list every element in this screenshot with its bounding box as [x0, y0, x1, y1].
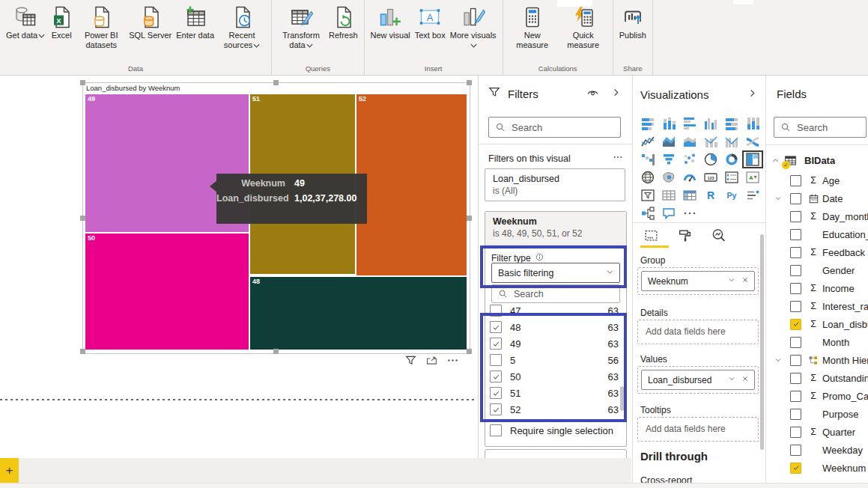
field-checkbox[interactable]	[790, 391, 801, 402]
field-checkbox[interactable]	[790, 337, 801, 348]
resize-handle-middle-right[interactable]	[467, 216, 472, 221]
visual-type-card-icon[interactable]: 123	[700, 168, 721, 186]
filter-value-checkbox[interactable]	[490, 387, 502, 399]
field-row-month-hier-[interactable]: Month Hier...	[766, 351, 868, 369]
visual-type-stacked-column-chart-icon[interactable]	[658, 115, 679, 132]
field-pill-loan-disbursed[interactable]: Loan_disbursed	[641, 370, 755, 390]
ribbon-button-new-visual[interactable]: New visual	[368, 4, 413, 40]
visual-type-pie-chart-icon[interactable]	[700, 150, 721, 168]
visualizations-scrollbar[interactable]	[760, 234, 764, 450]
filter-value-row-5[interactable]: 556	[485, 352, 626, 368]
visual-type-python-visual-icon[interactable]: Py	[721, 186, 742, 204]
values-well[interactable]: Loan_disbursed	[637, 366, 759, 394]
field-checkbox[interactable]	[790, 355, 801, 366]
visual-type-treemap-icon[interactable]	[742, 150, 763, 168]
ribbon-button-new-measure[interactable]: New measure	[507, 4, 558, 50]
visual-type-line-and-stacked-column-chart-icon[interactable]	[700, 132, 721, 150]
new-page-button[interactable]: +	[0, 458, 19, 483]
filter-card-header[interactable]: Weeknum is 48, 49, 50, 51, or 52	[485, 212, 626, 245]
visual-type-matrix-icon[interactable]	[679, 186, 700, 204]
field-row-day-month[interactable]: ΣDay_month	[766, 207, 868, 225]
resize-handle-bottom-right[interactable]	[467, 349, 472, 354]
filter-value-row-52[interactable]: 5263	[485, 401, 626, 418]
field-pill-weeknum[interactable]: Weeknum	[641, 271, 755, 291]
filter-value-checkbox[interactable]	[490, 370, 502, 382]
visual-type-clustered-column-chart-icon[interactable]	[700, 115, 721, 132]
field-row-loan-disbu-[interactable]: ΣLoan_disbu...	[766, 315, 868, 333]
filter-value-row-50[interactable]: 5063	[485, 368, 626, 385]
tooltips-well[interactable]: Add data fields here	[637, 417, 759, 442]
visual-type-ribbon-chart-icon[interactable]	[742, 132, 763, 150]
filter-list-scrollbar[interactable]	[620, 386, 624, 411]
resize-handle-bottom-left[interactable]	[80, 349, 85, 354]
visual-type-waterfall-chart-icon[interactable]	[637, 150, 658, 168]
filter-type-dropdown[interactable]: Basic filtering	[491, 263, 620, 283]
focus-mode-icon[interactable]	[425, 354, 438, 370]
field-checkbox[interactable]	[790, 211, 801, 222]
table-biData[interactable]: ✓ BIData	[766, 150, 868, 170]
ribbon-button-power-bi-datasets[interactable]: Power BI datasets	[76, 4, 127, 50]
filter-value-row-47[interactable]: 4763	[485, 302, 626, 319]
visual-type-qa-visual-icon[interactable]	[658, 204, 679, 222]
visual-type-funnel-chart-icon[interactable]	[658, 150, 679, 168]
treemap-node-week-48[interactable]: 48	[250, 277, 467, 350]
ribbon-button-excel[interactable]: XExcel	[47, 4, 76, 40]
visual-type-scatter-chart-icon[interactable]	[679, 150, 700, 168]
remove-field-icon[interactable]	[741, 374, 750, 385]
field-checkbox[interactable]	[790, 319, 801, 330]
visual-type-decomposition-tree-icon[interactable]	[637, 204, 658, 222]
visual-filters-icon[interactable]	[404, 354, 417, 370]
field-checkbox[interactable]	[790, 247, 801, 258]
filter-value-row-49[interactable]: 4963	[485, 335, 626, 352]
visual-type-100-stacked-column-chart-icon[interactable]	[742, 115, 763, 132]
remove-field-icon[interactable]	[741, 275, 750, 287]
resize-handle-top-left[interactable]	[80, 80, 85, 85]
resize-handle-top-middle[interactable]	[273, 80, 279, 85]
visual-type-filled-map-icon[interactable]	[658, 168, 679, 186]
ribbon-button-enter-data[interactable]: Enter data	[174, 4, 216, 40]
visual-type-slicer-icon[interactable]	[637, 186, 658, 204]
chevron-down-icon[interactable]	[727, 275, 736, 287]
filters-search-input[interactable]: Search	[488, 117, 621, 138]
report-canvas[interactable]: Loan_disbursed by Weeknum 4950515248 Wee…	[0, 76, 477, 488]
visual-type-key-influencers-icon[interactable]	[742, 186, 763, 204]
require-single-selection-checkbox[interactable]	[490, 424, 502, 436]
field-row-weekday[interactable]: Weekday	[766, 441, 868, 459]
group-well[interactable]: Weeknum	[637, 267, 759, 295]
ribbon-button-get-data[interactable]: Get data	[4, 4, 47, 40]
tab-analytics-icon[interactable]	[711, 228, 726, 246]
filter-value-checkbox[interactable]	[490, 338, 502, 350]
field-checkbox[interactable]	[790, 301, 801, 312]
ribbon-button-publish[interactable]: Publish	[617, 4, 649, 40]
field-checkbox[interactable]	[790, 175, 801, 186]
field-row-interest-rate[interactable]: ΣInterest_rate	[766, 297, 868, 315]
tab-format-icon[interactable]	[677, 228, 693, 246]
field-row-outstandin-[interactable]: ΣOutstandin...	[766, 369, 868, 387]
require-single-selection-row[interactable]: Require single selection	[485, 422, 626, 439]
ribbon-button-transform-data[interactable]: Transform data	[276, 4, 327, 50]
field-checkbox[interactable]	[790, 283, 801, 294]
field-row-quarter[interactable]: ΣQuarter	[766, 423, 868, 441]
filter-value-checkbox[interactable]	[490, 354, 502, 366]
field-checkbox[interactable]	[790, 463, 801, 474]
filter-card-loan-disbursed[interactable]: Loan_disbursed is (All)	[485, 168, 625, 201]
field-checkbox[interactable]	[790, 445, 801, 456]
filter-value-checkbox[interactable]	[490, 321, 502, 333]
resize-handle-top-right[interactable]	[467, 80, 472, 85]
field-row-income[interactable]: ΣIncome	[766, 279, 868, 297]
visual-type-stacked-area-chart-icon[interactable]	[679, 132, 700, 150]
visual-type-multi-row-card-icon[interactable]	[721, 168, 742, 186]
filter-card-weeknum[interactable]: Weeknum is 48, 49, 50, 51, or 52 Filter …	[485, 211, 627, 447]
field-checkbox[interactable]	[790, 229, 801, 240]
section-more-options-icon[interactable]	[613, 152, 623, 165]
visual-type-more-visual-options-icon[interactable]	[679, 204, 700, 222]
chevron-down-icon[interactable]	[727, 374, 736, 385]
visual-type-kpi-icon[interactable]	[742, 168, 763, 186]
field-checkbox[interactable]	[790, 373, 801, 384]
collapse-visualizations-chevron-icon[interactable]	[747, 88, 758, 102]
visual-type-line-chart-icon[interactable]	[637, 132, 658, 150]
field-checkbox[interactable]	[790, 193, 801, 204]
field-row-date[interactable]: Date	[766, 189, 868, 207]
visual-type-line-and-clustered-column-chart-icon[interactable]	[721, 132, 742, 150]
ribbon-button-quick-measure[interactable]: Quick measure	[558, 4, 609, 50]
